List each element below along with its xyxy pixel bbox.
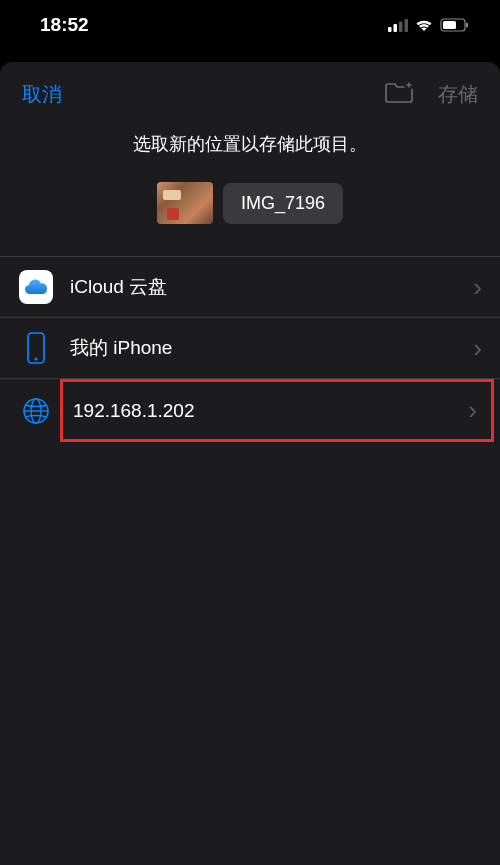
svg-rect-3: [405, 19, 409, 32]
status-time: 18:52: [40, 14, 89, 36]
svg-rect-5: [466, 23, 468, 28]
iphone-icon: [18, 330, 54, 366]
location-item-iphone[interactable]: 我的 iPhone ›: [0, 318, 500, 379]
status-bar: 18:52: [0, 0, 500, 50]
instruction-text: 选取新的位置以存储此项目。: [0, 126, 500, 182]
location-label: 我的 iPhone: [70, 335, 473, 361]
highlight-annotation: 192.168.1.202 ›: [60, 379, 494, 442]
save-sheet: 取消 存储 选取新的位置以存储此项目。 IMG_7196: [0, 62, 500, 865]
sheet-header: 取消 存储: [0, 62, 500, 126]
save-button[interactable]: 存储: [438, 81, 478, 108]
location-list: iCloud 云盘 › 我的 iPhone ›: [0, 256, 500, 442]
location-item-icloud[interactable]: iCloud 云盘 ›: [0, 257, 500, 318]
header-right: 存储: [384, 80, 478, 108]
chevron-right-icon: ›: [468, 395, 477, 426]
svg-rect-2: [399, 21, 403, 32]
new-folder-icon[interactable]: [384, 80, 414, 108]
chevron-right-icon: ›: [473, 333, 482, 364]
cancel-button[interactable]: 取消: [22, 81, 62, 108]
wifi-icon: [414, 18, 434, 32]
status-icons: [388, 18, 470, 32]
svg-rect-0: [388, 27, 392, 32]
location-label: iCloud 云盘: [70, 274, 473, 300]
svg-point-11: [35, 358, 38, 361]
svg-rect-1: [394, 24, 398, 32]
filename-pill[interactable]: IMG_7196: [223, 183, 343, 224]
battery-icon: [440, 18, 470, 32]
location-label: 192.168.1.202: [73, 400, 468, 422]
chevron-right-icon: ›: [473, 272, 482, 303]
globe-icon: [18, 393, 54, 429]
location-item-network[interactable]: 192.168.1.202 ›: [0, 379, 500, 442]
svg-rect-6: [443, 21, 456, 29]
signal-icon: [388, 19, 408, 32]
icloud-icon: [18, 269, 54, 305]
file-preview: IMG_7196: [0, 182, 500, 256]
file-thumbnail: [157, 182, 213, 224]
